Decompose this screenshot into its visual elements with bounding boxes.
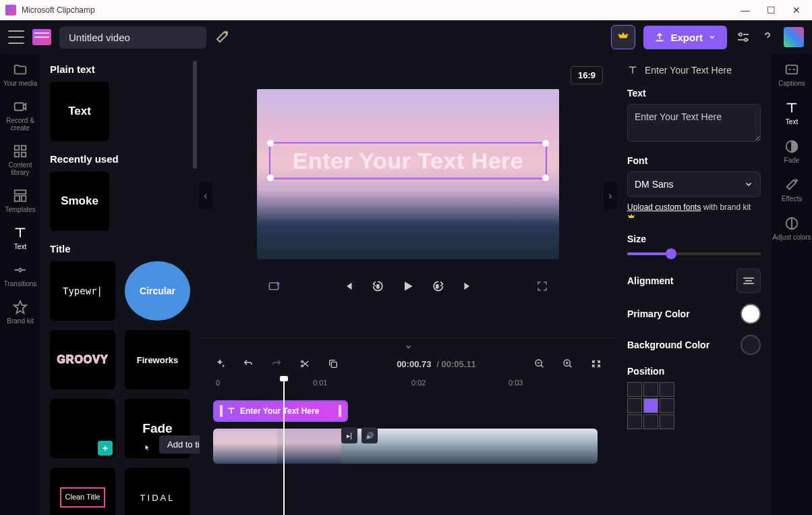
position-grid bbox=[627, 382, 761, 429]
size-slider[interactable] bbox=[627, 252, 761, 255]
add-to-timeline-button[interactable]: + bbox=[98, 441, 113, 456]
pos-mc[interactable] bbox=[643, 398, 658, 413]
sidebar-text[interactable]: Text bbox=[11, 225, 29, 250]
pos-br[interactable] bbox=[660, 414, 674, 429]
titlebar: Microsoft Clipchamp — ☐ ✕ bbox=[0, 0, 812, 20]
fullscreen-icon[interactable] bbox=[535, 279, 549, 293]
lib-plain-text-heading: Plain text bbox=[50, 63, 190, 75]
alignment-label: Alignment bbox=[627, 275, 673, 286]
maximize-button[interactable]: ☐ bbox=[766, 5, 776, 15]
copy-icon[interactable] bbox=[326, 357, 340, 371]
tile-blank[interactable]: + bbox=[50, 399, 115, 458]
rightbar-fade[interactable]: Fade bbox=[784, 139, 800, 164]
rewind-5-icon[interactable]: 5 bbox=[372, 279, 385, 293]
sidebar-your-media[interactable]: Your media bbox=[2, 62, 38, 87]
skip-back-icon[interactable] bbox=[342, 279, 355, 293]
close-button[interactable]: ✕ bbox=[792, 5, 801, 15]
video-canvas[interactable]: Enter Your Text Here bbox=[257, 89, 559, 259]
pos-tc[interactable] bbox=[643, 382, 658, 397]
primary-color-label: Primary Color bbox=[627, 308, 690, 319]
clip-handle-right[interactable] bbox=[339, 405, 341, 417]
ai-sparkle-icon[interactable] bbox=[213, 357, 227, 371]
clip-handle-left[interactable] bbox=[220, 405, 223, 417]
tile-clean-title[interactable]: Clean Title bbox=[50, 468, 115, 515]
resize-handle[interactable] bbox=[542, 174, 549, 181]
playhead[interactable] bbox=[283, 379, 285, 515]
font-select[interactable]: DM Sans bbox=[627, 171, 761, 197]
minimize-button[interactable]: — bbox=[741, 5, 750, 15]
app-icon bbox=[5, 5, 16, 16]
topbar: Export bbox=[0, 20, 812, 54]
tile-groovy[interactable]: GROOVY bbox=[50, 330, 115, 389]
text-clip[interactable]: Enter Your Text Here bbox=[213, 400, 348, 422]
export-button[interactable]: Export bbox=[643, 26, 727, 49]
resize-handle[interactable] bbox=[267, 174, 274, 181]
zoom-out-icon[interactable] bbox=[533, 357, 546, 371]
sidebar-brand-kit[interactable]: Brand kit bbox=[5, 300, 34, 325]
tile-tidal[interactable]: TIDAL bbox=[125, 468, 190, 515]
tile-typewriter[interactable]: Typewr| bbox=[50, 261, 115, 321]
bg-color-swatch[interactable] bbox=[741, 335, 761, 355]
pos-tr[interactable] bbox=[660, 382, 674, 397]
tile-fireworks[interactable]: Fireworks bbox=[125, 330, 190, 389]
sidebar-content-library[interactable]: Content library bbox=[0, 144, 40, 176]
resize-handle[interactable] bbox=[542, 140, 549, 146]
text-overlay-selection[interactable]: Enter Your Text Here bbox=[269, 142, 547, 179]
sidebar-templates[interactable]: Templates bbox=[3, 188, 37, 213]
magic-wand-icon[interactable] bbox=[214, 29, 231, 45]
tile-smoke[interactable]: Smoke bbox=[50, 171, 109, 231]
play-button[interactable] bbox=[401, 279, 415, 293]
clip-audio-icon[interactable]: 🔊 bbox=[361, 427, 378, 443]
project-title-input[interactable] bbox=[59, 26, 206, 49]
timeline-collapse-icon[interactable]: ⌄ bbox=[200, 338, 616, 350]
skip-forward-icon[interactable] bbox=[461, 279, 474, 293]
svg-rect-9 bbox=[22, 196, 26, 201]
premium-button[interactable] bbox=[611, 25, 635, 49]
tile-text[interactable]: Text bbox=[50, 82, 109, 141]
split-icon[interactable] bbox=[298, 357, 312, 371]
video-clip[interactable] bbox=[213, 429, 598, 464]
clip-transition-icon[interactable]: ▸| bbox=[341, 427, 357, 443]
zoom-in-icon[interactable] bbox=[561, 357, 575, 371]
collapse-left-icon[interactable]: ‹ bbox=[199, 182, 212, 209]
pos-mr[interactable] bbox=[660, 398, 674, 413]
lib-title-heading: Title bbox=[50, 243, 190, 254]
sidebar-transitions[interactable]: Transitions bbox=[3, 263, 38, 288]
rightbar-text[interactable]: Text bbox=[784, 101, 799, 126]
tile-circular[interactable]: Circular bbox=[125, 261, 190, 321]
aspect-ratio-badge[interactable]: 16:9 bbox=[571, 66, 603, 84]
help-icon[interactable] bbox=[759, 29, 776, 45]
sidebar-record-create[interactable]: Record & create bbox=[0, 99, 40, 132]
settings-icon[interactable] bbox=[735, 29, 751, 45]
text-icon bbox=[627, 65, 638, 76]
collapse-right-icon[interactable]: › bbox=[604, 182, 617, 209]
rightbar-adjust-colors[interactable]: Adjust colors bbox=[772, 216, 811, 241]
menu-button[interactable] bbox=[8, 30, 24, 44]
redo-icon[interactable] bbox=[270, 357, 283, 371]
pos-bl[interactable] bbox=[627, 414, 642, 429]
pos-ml[interactable] bbox=[627, 398, 642, 413]
pos-tl[interactable] bbox=[627, 382, 642, 397]
scrollbar[interactable] bbox=[193, 61, 197, 169]
timeline-tracks[interactable]: Enter Your Text Here ▸| 🔊 bbox=[200, 394, 616, 515]
svg-rect-6 bbox=[22, 153, 26, 157]
fit-icon[interactable] bbox=[589, 357, 603, 371]
text-input[interactable] bbox=[627, 104, 761, 142]
user-avatar[interactable] bbox=[784, 27, 804, 47]
forward-5-icon[interactable]: 5 bbox=[431, 279, 444, 293]
cursor-pointer-icon bbox=[142, 443, 152, 454]
resize-handle[interactable] bbox=[267, 140, 274, 146]
primary-color-swatch[interactable] bbox=[741, 304, 761, 324]
rightbar-effects[interactable]: Effects bbox=[782, 178, 802, 202]
tooltip-add-to-timeline: Add to timeline bbox=[159, 435, 200, 454]
overlay-text: Enter Your Text Here bbox=[274, 147, 542, 173]
auto-effect-icon[interactable] bbox=[267, 279, 281, 293]
upload-fonts-link[interactable]: Upload custom fonts with brand kit bbox=[627, 202, 761, 221]
timeline-ruler[interactable]: 0 0:01 0:02 0:03 bbox=[200, 377, 616, 394]
pos-bc[interactable] bbox=[643, 414, 658, 429]
alignment-button[interactable] bbox=[736, 269, 761, 293]
text-field-label: Text bbox=[627, 88, 761, 99]
slider-thumb[interactable] bbox=[666, 248, 676, 259]
rightbar-captions[interactable]: Captions bbox=[778, 62, 805, 87]
undo-icon[interactable] bbox=[241, 357, 255, 371]
